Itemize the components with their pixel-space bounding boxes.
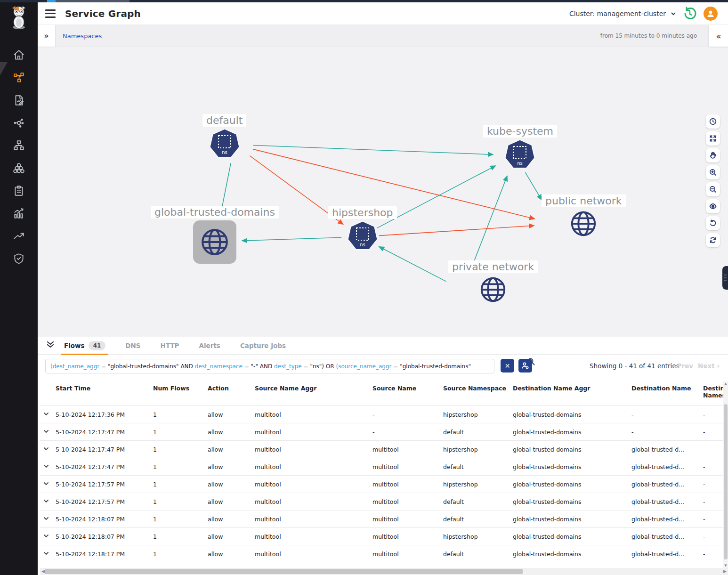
visibility-button[interactable] — [706, 199, 720, 213]
filter-input[interactable]: (dest_name_aggr = "global-trusted-domain… — [45, 359, 494, 373]
sidebar-item-home[interactable] — [0, 44, 38, 66]
cell-dest-name: - — [629, 423, 700, 441]
table-row[interactable]: 5-10-2024 12:18:17 PM 1 allow multitool … — [40, 545, 726, 563]
right-panel-toggle[interactable] — [722, 266, 728, 290]
chevron-down-icon — [43, 446, 49, 452]
row-expander[interactable] — [40, 458, 53, 476]
prev-button[interactable]: ‹ Prev — [672, 362, 693, 370]
node-hipstershop[interactable]: hipstershop ns — [328, 206, 397, 251]
chevron-down-icon — [43, 481, 49, 486]
cell-dest-namespace: - — [700, 510, 726, 528]
fit-view-button[interactable] — [706, 131, 720, 146]
table-row[interactable]: 5-10-2024 12:17:36 PM 1 allow multitool … — [40, 406, 726, 423]
row-expander[interactable] — [40, 406, 53, 423]
pan-button[interactable] — [706, 148, 720, 162]
table-row[interactable]: 5-10-2024 12:17:57 PM 1 allow multitool … — [40, 493, 726, 510]
row-expander[interactable] — [40, 493, 53, 510]
table-row[interactable]: 5-10-2024 12:17:57 PM 1 allow multitool … — [40, 476, 726, 493]
undo-button[interactable] — [706, 216, 720, 230]
user-avatar[interactable] — [704, 7, 718, 21]
row-expander[interactable] — [40, 476, 53, 493]
cell-dest-name-aggr: global-trusted-domains — [510, 423, 629, 441]
globe-icon — [199, 227, 230, 258]
sidebar-item-dashboards[interactable] — [0, 202, 38, 225]
vertical-scrollbar-thumb[interactable] — [724, 404, 728, 559]
time-settings-button[interactable] — [706, 114, 720, 129]
tab-alerts[interactable]: Alerts — [195, 337, 224, 355]
cell-source-name: multitool — [370, 441, 440, 458]
row-expander[interactable] — [40, 510, 53, 528]
edge-default-to-kube-system[interactable] — [253, 146, 493, 155]
row-expander[interactable] — [40, 545, 53, 563]
horizontal-scrollbar[interactable]: ◀ ▶ — [40, 568, 728, 575]
edge-hipstershop-to-public-network[interactable] — [379, 226, 534, 235]
scroll-down-arrow[interactable]: ▼ — [723, 563, 728, 568]
tab-http[interactable]: HTTP — [157, 337, 183, 355]
scroll-up-arrow[interactable]: ▲ — [723, 381, 728, 386]
row-expander[interactable] — [40, 441, 53, 458]
sidebar-item-hierarchy[interactable] — [0, 134, 38, 157]
filter-token: source_name_aggr — [338, 363, 391, 370]
table-row[interactable]: 5-10-2024 12:18:07 PM 1 allow multitool … — [40, 528, 726, 545]
vertical-scrollbar[interactable]: ▲ ▼ — [723, 381, 728, 568]
filter-token: = — [99, 363, 108, 370]
table-row[interactable]: 5-10-2024 12:17:47 PM 1 allow multitool … — [40, 441, 726, 458]
tab-flows[interactable]: Flows 41 — [60, 337, 109, 355]
tab-dns[interactable]: DNS — [121, 337, 144, 355]
node-default[interactable]: default ns — [202, 114, 246, 159]
sidebar-item-workloads[interactable] — [0, 157, 38, 179]
next-button[interactable]: Next › — [698, 362, 720, 370]
cluster-selector[interactable]: Cluster: management-cluster — [569, 10, 676, 17]
table-body: 5-10-2024 12:17:36 PM 1 allow multitool … — [40, 406, 726, 563]
node-public-network[interactable]: public network — [542, 194, 626, 238]
collapse-panel-chevrons[interactable] — [46, 341, 55, 350]
table-row[interactable]: 5-10-2024 12:17:47 PM 1 allow multitool … — [40, 423, 726, 441]
sidebar-item-compliance[interactable] — [0, 179, 38, 202]
cell-source-namespace: default — [440, 545, 510, 563]
hamburger-menu-icon[interactable] — [45, 9, 57, 18]
cell-action: allow — [205, 406, 252, 423]
cluster-circles-icon — [13, 162, 25, 174]
sidebar-item-service-graph[interactable] — [0, 66, 38, 89]
cell-dest-namespace: - — [700, 476, 726, 493]
cell-num-flows: 1 — [150, 476, 205, 493]
cell-action: allow — [205, 458, 252, 476]
node-global-trusted-domains[interactable]: global-trusted-domains — [151, 206, 279, 264]
filter-token: "-" — [251, 363, 258, 370]
cell-action: allow — [205, 476, 252, 493]
sidebar-item-network[interactable] — [0, 112, 38, 134]
collapse-panel-button[interactable]: « — [709, 25, 728, 47]
edge-private-network-to-hipstershop[interactable] — [379, 247, 446, 282]
cell-num-flows: 1 — [150, 545, 205, 563]
tab-capture-jobs[interactable]: Capture Jobs — [236, 337, 290, 355]
edge-kube-system-to-public-network[interactable] — [525, 172, 542, 200]
clear-filter-button[interactable]: ✕ — [501, 359, 514, 373]
horizontal-scrollbar-thumb[interactable] — [45, 569, 523, 574]
expand-panel-button[interactable]: » — [38, 25, 56, 47]
chevron-down-icon — [43, 516, 49, 521]
cell-action: allow — [205, 493, 252, 510]
edge-private-network-to-kube-system[interactable] — [469, 176, 507, 273]
table-row[interactable]: 5-10-2024 12:17:47 PM 1 allow multitool … — [40, 458, 726, 476]
row-expander[interactable] — [40, 528, 53, 545]
sidebar-item-policies[interactable] — [0, 89, 38, 112]
cell-source-name-aggr: multitool — [252, 493, 370, 510]
zoom-in-button[interactable] — [706, 165, 720, 179]
cell-dest-name-aggr: global-trusted-domains — [510, 441, 629, 458]
breadcrumb[interactable]: Namespaces — [63, 25, 102, 47]
history-icon[interactable] — [683, 7, 697, 21]
table-row[interactable]: 5-10-2024 12:18:07 PM 1 allow multitool … — [40, 510, 726, 528]
zoom-out-button[interactable] — [706, 182, 720, 196]
scroll-right-arrow[interactable]: ▶ — [723, 568, 727, 575]
scroll-left-arrow[interactable]: ◀ — [41, 568, 45, 575]
sidebar-item-threat-defense[interactable] — [0, 247, 38, 270]
calico-cat-logo[interactable] — [8, 5, 30, 30]
service-graph-canvas[interactable]: default ns kube-system ns global-trusted… — [38, 47, 728, 337]
node-kube-system[interactable]: kube-system ns — [483, 125, 557, 170]
filter-settings-button[interactable] — [518, 359, 532, 373]
refresh-button[interactable] — [706, 233, 720, 247]
node-private-network[interactable]: private network — [448, 260, 538, 304]
sidebar-item-trends[interactable] — [0, 225, 38, 247]
clock-icon — [709, 118, 717, 125]
row-expander[interactable] — [40, 423, 53, 441]
